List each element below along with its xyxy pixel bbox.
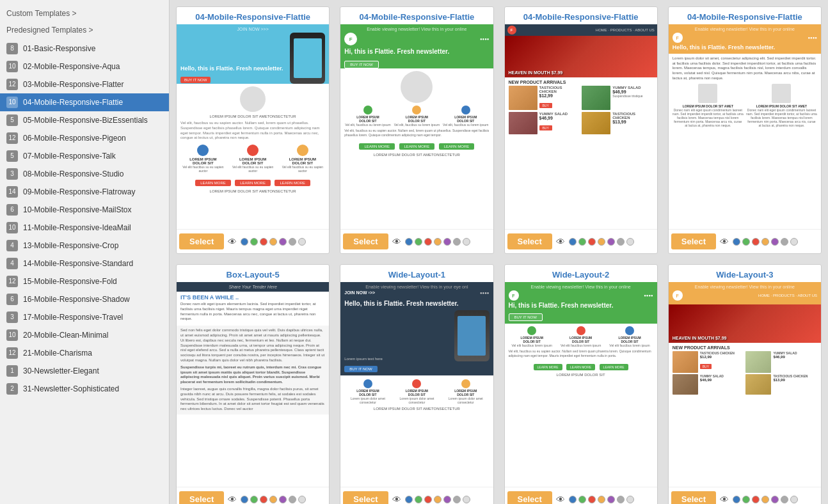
color-dot-box-1[interactable]	[250, 496, 258, 503]
sidebar-item-04[interactable]: 10 04-Mobile-Responsive-Flattie	[0, 93, 169, 111]
eye-icon-yellow[interactable]: 👁	[720, 237, 729, 247]
color-dot-yellow-0[interactable]	[733, 238, 740, 246]
color-dot-wide2-3[interactable]	[598, 496, 605, 503]
sidebar-item-06[interactable]: 12 06-Mobile-Responsive-Pigeon	[0, 129, 169, 147]
eye-icon-food[interactable]: 👁	[556, 237, 565, 247]
select-button-flattie2[interactable]: Select	[343, 233, 388, 249]
color-dot-wide3-2[interactable]	[752, 496, 760, 503]
eye-icon-flattie2[interactable]: 👁	[392, 237, 401, 247]
color-dot-wide3-0[interactable]	[733, 496, 740, 503]
sidebar-badge-31: 2	[6, 383, 18, 395]
sidebar-item-11[interactable]: 10 11-Mobile-Responsive-IdeaMail	[0, 219, 169, 237]
color-dot-wide3-1[interactable]	[742, 496, 750, 503]
color-dot-food-1[interactable]	[578, 238, 586, 246]
color-dot-box-3[interactable]	[269, 496, 277, 503]
eye-icon-box[interactable]: 👁	[228, 494, 237, 505]
color-dot-food-6[interactable]	[626, 238, 634, 246]
sidebar-item-07[interactable]: 5 07-Mobile-Responsive-Talk	[0, 147, 169, 165]
color-dot-yellow-4[interactable]	[771, 238, 779, 246]
color-dot-yellow-3[interactable]	[761, 238, 769, 246]
sidebar-item-05[interactable]: 5 05-Mobile-Responsive-BizEssentials	[0, 111, 169, 129]
sidebar-item-20[interactable]: 10 20-Mobile-Clean-Minimal	[0, 326, 169, 344]
color-dot-wide1-4[interactable]	[443, 496, 451, 503]
select-button-box[interactable]: Select	[179, 491, 224, 504]
color-dot-flattie2-3[interactable]	[434, 238, 442, 246]
color-dot-flattie2-2[interactable]	[424, 238, 432, 246]
color-dot-wide2-4[interactable]	[607, 496, 615, 503]
color-dot-flattie2-0[interactable]	[405, 238, 413, 246]
predesigned-templates-header[interactable]: Predesigned Templates >	[0, 23, 169, 40]
color-dot-wide2-2[interactable]	[588, 496, 596, 503]
color-dot-food-0[interactable]	[569, 238, 577, 246]
sidebar-item-02[interactable]: 10 02-Mobile-Responsive-Aqua	[0, 58, 169, 75]
color-dot-flattie-0[interactable]	[241, 238, 248, 246]
sidebar-item-21[interactable]: 12 21-Mobile-Charisma	[0, 344, 169, 362]
color-dot-flattie-4[interactable]	[279, 238, 287, 246]
color-dot-flattie2-4[interactable]	[443, 238, 451, 246]
sidebar-label-17: 17-Mobile-Responsive-Travel	[23, 313, 163, 322]
select-button-wide2[interactable]: Select	[507, 491, 552, 504]
sidebar-badge-17: 3	[6, 311, 18, 323]
color-dot-wide1-0[interactable]	[405, 496, 413, 503]
color-dot-wide3-6[interactable]	[790, 496, 798, 503]
color-dot-flattie-5[interactable]	[289, 238, 296, 246]
color-dot-wide1-2[interactable]	[424, 496, 432, 503]
color-dot-food-3[interactable]	[598, 238, 605, 246]
sidebar-item-08[interactable]: 3 08-Mobile-Responsive-Studio	[0, 165, 169, 183]
color-dot-yellow-1[interactable]	[742, 238, 750, 246]
sidebar-item-30[interactable]: 1 30-Newsletter-Elegant	[0, 362, 169, 380]
select-button-wide3[interactable]: Select	[671, 491, 716, 504]
color-dot-food-2[interactable]	[588, 238, 596, 246]
color-dot-wide3-5[interactable]	[781, 496, 788, 503]
color-dot-wide1-6[interactable]	[463, 496, 470, 503]
color-dot-wide1-5[interactable]	[453, 496, 461, 503]
color-dot-box-6[interactable]	[298, 496, 306, 503]
color-dot-food-5[interactable]	[617, 238, 625, 246]
color-dot-yellow-6[interactable]	[790, 238, 798, 246]
color-dot-yellow-2[interactable]	[752, 238, 760, 246]
select-button-yellow[interactable]: Select	[671, 233, 716, 249]
eye-icon-wide1[interactable]: 👁	[392, 494, 401, 505]
color-dot-wide3-3[interactable]	[761, 496, 769, 503]
sidebar-item-09[interactable]: 14 09-Mobile-Responsive-Flatroway	[0, 183, 169, 201]
sidebar-item-16[interactable]: 6 16-Mobile-Responsive-Shadow	[0, 290, 169, 308]
custom-templates-header[interactable]: Custom Templates >	[0, 6, 169, 23]
color-dot-flattie2-5[interactable]	[453, 238, 461, 246]
color-dot-flattie-6[interactable]	[298, 238, 306, 246]
color-dot-box-5[interactable]	[289, 496, 296, 503]
color-dot-yellow-5[interactable]	[781, 238, 788, 246]
color-dot-wide2-6[interactable]	[626, 496, 634, 503]
eye-icon-wide2[interactable]: 👁	[556, 494, 565, 505]
sidebar-item-17[interactable]: 3 17-Mobile-Responsive-Travel	[0, 308, 169, 326]
color-dot-flattie-1[interactable]	[250, 238, 258, 246]
sidebar-item-10[interactable]: 6 10-Mobile-Responsive-MailStox	[0, 201, 169, 219]
card-bottom-wide3: Select👁	[669, 487, 821, 504]
select-button-food[interactable]: Select	[507, 233, 552, 249]
sidebar-item-13[interactable]: 4 13-Mobile-Responsive-Crop	[0, 237, 169, 255]
color-dot-wide2-1[interactable]	[578, 496, 586, 503]
color-dot-flattie-2[interactable]	[260, 238, 267, 246]
color-dot-flattie-3[interactable]	[269, 238, 277, 246]
color-dot-wide1-3[interactable]	[434, 496, 442, 503]
color-dot-box-2[interactable]	[260, 496, 267, 503]
color-dot-box-0[interactable]	[241, 496, 248, 503]
color-dot-wide2-5[interactable]	[617, 496, 625, 503]
select-button-wide1[interactable]: Select	[343, 491, 388, 504]
color-dot-box-4[interactable]	[279, 496, 287, 503]
sidebar-item-01[interactable]: 8 01-Basic-Responsive	[0, 40, 169, 58]
sidebar-label-04: 04-Mobile-Responsive-Flattie	[23, 98, 163, 107]
sidebar-item-14[interactable]: 4 14-Mobile-Responsive-Standard	[0, 255, 169, 272]
color-dot-flattie2-6[interactable]	[463, 238, 470, 246]
color-dot-wide3-4[interactable]	[771, 496, 779, 503]
select-button-flattie[interactable]: Select	[179, 233, 224, 249]
color-dot-wide1-1[interactable]	[415, 496, 422, 503]
sidebar-item-03[interactable]: 12 03-Mobile-Responsive-Flatter	[0, 75, 169, 93]
sidebar-item-31[interactable]: 2 31-Newsletter-Sophisticated	[0, 380, 169, 398]
color-dot-wide2-0[interactable]	[569, 496, 577, 503]
color-dot-flattie2-1[interactable]	[415, 238, 422, 246]
color-dot-food-4[interactable]	[607, 238, 615, 246]
color-dots-yellow	[733, 238, 798, 246]
sidebar-item-15[interactable]: 12 15-Mobile-Responsive-Fold	[0, 272, 169, 290]
eye-icon-flattie[interactable]: 👁	[228, 237, 237, 247]
eye-icon-wide3[interactable]: 👁	[720, 494, 729, 505]
